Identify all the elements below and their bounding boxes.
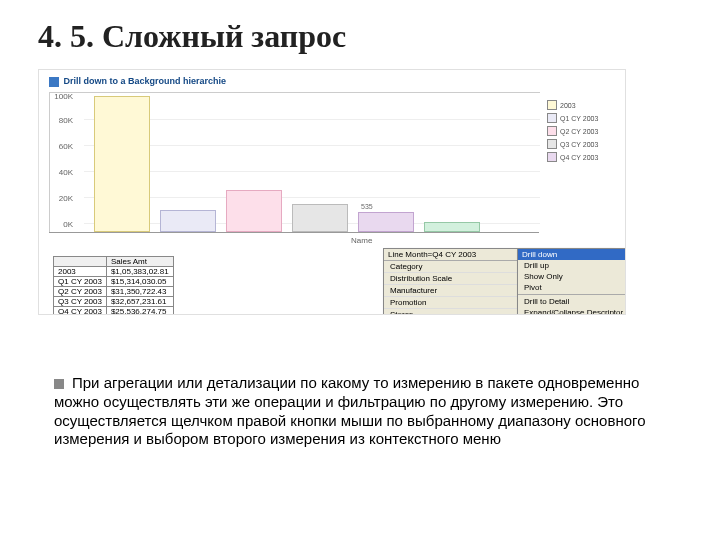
slide-title: 4. 5. Сложный запрос bbox=[38, 18, 682, 55]
table-row[interactable]: Q1 CY 2003$15,314,030.05 bbox=[54, 277, 174, 287]
chart-bar[interactable] bbox=[226, 190, 282, 232]
chart-bar[interactable]: 535 bbox=[358, 212, 414, 232]
screenshot-panel: Drill down to a Background hierarchie 10… bbox=[38, 69, 626, 315]
legend-item: Q1 CY 2003 bbox=[547, 113, 619, 123]
chart-plot[interactable]: 535 bbox=[49, 92, 540, 233]
submenu-item[interactable]: Expand/Collapse Descriptor Tree bbox=[518, 307, 626, 315]
chart-title: Drill down to a Background hierarchie bbox=[49, 76, 226, 87]
table-col-header: Sales Amt bbox=[106, 257, 173, 267]
svg-rect-0 bbox=[49, 77, 59, 87]
bullet-marker-icon bbox=[54, 379, 64, 389]
x-axis-label: Name bbox=[351, 236, 372, 245]
chart-bar[interactable] bbox=[94, 96, 150, 232]
menu-header: Line Month=Q4 CY 2003 bbox=[388, 250, 476, 259]
table-row[interactable]: Q2 CY 2003$31,350,722.43 bbox=[54, 287, 174, 297]
table-row[interactable]: Q4 CY 2003$25,536,274.75 bbox=[54, 307, 174, 316]
chart-bar[interactable] bbox=[424, 222, 480, 232]
submenu-item[interactable]: Drill to Detail bbox=[518, 296, 626, 307]
legend-item: Q4 CY 2003 bbox=[547, 152, 619, 162]
table-row[interactable]: Q3 CY 2003$32,657,231.61 bbox=[54, 297, 174, 307]
cube-icon bbox=[49, 77, 59, 87]
bullet-text: При агрегации или детализации по какому … bbox=[54, 374, 646, 447]
submenu-item[interactable]: Pivot bbox=[518, 282, 626, 293]
submenu-item-selected[interactable]: Drill down bbox=[518, 249, 626, 260]
table-row[interactable]: 2003$1,05,383,02.81 bbox=[54, 267, 174, 277]
data-table: Sales Amt 2003$1,05,383,02.81 Q1 CY 2003… bbox=[53, 256, 174, 315]
context-submenu[interactable]: Drill down Drill up Show Only Pivot Dril… bbox=[517, 248, 626, 315]
bar-value-label: 535 bbox=[361, 203, 373, 210]
chart-legend: 2003 Q1 CY 2003 Q2 CY 2003 Q3 CY 2003 Q4… bbox=[547, 100, 619, 165]
submenu-item[interactable]: Show Only bbox=[518, 271, 626, 282]
submenu-item[interactable]: Drill up bbox=[518, 260, 626, 271]
legend-item: Q3 CY 2003 bbox=[547, 139, 619, 149]
legend-item: 2003 bbox=[547, 100, 619, 110]
legend-item: Q2 CY 2003 bbox=[547, 126, 619, 136]
chart-bar[interactable] bbox=[292, 204, 348, 232]
x-axis bbox=[49, 232, 539, 233]
chart-title-text: Drill down to a Background hierarchie bbox=[64, 76, 227, 86]
chart-bar[interactable] bbox=[160, 210, 216, 232]
bullet-paragraph: При агрегации или детализации по какому … bbox=[54, 374, 676, 449]
